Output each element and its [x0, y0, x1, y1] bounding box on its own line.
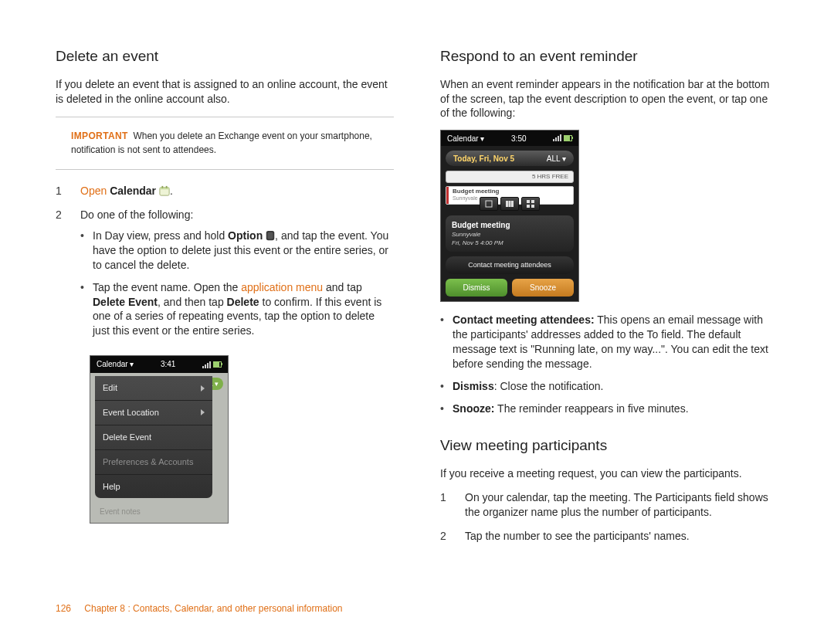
step-number: 1	[440, 490, 448, 520]
participants-step-1: On your calendar, tap the meeting. The P…	[465, 490, 778, 520]
filter-all: ALL ▾	[547, 154, 566, 164]
heading-delete-event: Delete an event	[56, 46, 394, 66]
calendar-link[interactable]: Calendar	[110, 185, 156, 197]
svg-rect-1	[160, 188, 169, 190]
right-column: Respond to an event reminder When an eve…	[440, 46, 778, 553]
shot1-placeholder: Event notes	[100, 507, 141, 517]
delete-intro: If you delete an event that is assigned …	[56, 77, 394, 107]
svg-rect-7	[506, 201, 508, 207]
bullet-dismiss: Dismiss: Close the notification.	[440, 379, 778, 394]
reminder-loc: Sunnyvale	[452, 231, 568, 239]
menu-delete-event[interactable]: Delete Event	[95, 425, 212, 450]
battery-icon	[213, 361, 222, 368]
bullet-contact-attendees: Contact meeting attendees: This opens an…	[440, 313, 778, 371]
reminder-card[interactable]: Budget meeting Sunnyvale Fri, Nov 5 4:00…	[446, 215, 574, 252]
day-view-icon[interactable]	[480, 197, 498, 211]
svg-rect-12	[527, 205, 530, 208]
date-pill[interactable]: Today, Fri, Nov 5 ALL ▾	[446, 151, 574, 166]
svg-rect-11	[531, 200, 534, 203]
period: .	[170, 185, 173, 197]
dismiss-button[interactable]: Dismiss	[446, 279, 507, 297]
reminder-time: Fri, Nov 5 4:00 PM	[452, 239, 568, 248]
view-switch[interactable]	[446, 197, 574, 211]
chapter-breadcrumb: Chapter 8 : Contacts, Calendar, and othe…	[84, 603, 342, 614]
shot2-time: 3:50	[511, 134, 526, 144]
left-column: Delete an event If you delete an event t…	[56, 46, 394, 553]
participants-intro: If you receive a meeting request, you ca…	[440, 466, 778, 481]
application-menu-link[interactable]: application menu	[241, 281, 323, 293]
important-label: IMPORTANT	[71, 130, 128, 141]
battery-icon	[564, 135, 572, 141]
svg-rect-2	[161, 186, 163, 188]
page-number: 126	[56, 602, 82, 615]
menu-event-location[interactable]: Event Location	[95, 401, 212, 425]
open-link[interactable]: Open	[80, 185, 110, 197]
bullet-tap-event: Tap the event name. Open the application…	[80, 280, 394, 339]
shot1-time: 3:41	[161, 359, 175, 370]
month-view-icon[interactable]	[521, 197, 540, 211]
bullet-snooze: Snooze: The reminder reappears in five m…	[440, 402, 778, 416]
bullet-day-view: In Day view, press and hold Option , and…	[80, 229, 394, 273]
chevron-right-icon	[201, 385, 205, 391]
context-menu: Edit Event Location Delete Event Prefere…	[95, 376, 212, 498]
important-note: IMPORTANT When you delete an Exchange ev…	[56, 117, 394, 170]
menu-edit[interactable]: Edit	[95, 376, 212, 401]
heading-view-participants: View meeting participants	[440, 436, 778, 456]
shot2-app-title: Calendar ▾	[447, 134, 484, 144]
menu-help[interactable]: Help	[95, 475, 212, 499]
screenshot-reminder: Calendar ▾ 3:50 Today, Fri, Nov 5 ALL ▾ …	[440, 130, 579, 302]
step-number: 2	[440, 529, 448, 544]
svg-rect-9	[511, 201, 514, 207]
reminder-title: Budget meeting	[452, 220, 568, 231]
menu-prefs[interactable]: Preferences & Accounts	[95, 450, 212, 475]
svg-rect-6	[486, 201, 492, 207]
shot1-app-title: Calendar ▾	[97, 359, 134, 370]
step-number: 2	[56, 208, 63, 346]
screenshot-context-menu: Calendar ▾ 3:41 UL ▾ Edit Event Location…	[90, 355, 229, 524]
page-footer: 126 Chapter 8 : Contacts, Calendar, and …	[56, 602, 343, 615]
step-2: Do one of the following: In Day view, pr…	[80, 208, 394, 346]
respond-intro: When an event reminder appears in the no…	[440, 77, 778, 121]
step-number: 1	[56, 184, 63, 198]
svg-rect-8	[509, 201, 511, 207]
status-icons	[553, 134, 572, 144]
step-1: Open Calendar .	[80, 184, 394, 198]
status-icons	[202, 361, 222, 368]
date-label: Today, Fri, Nov 5	[453, 154, 514, 164]
calendar-icon	[159, 185, 170, 196]
step-2-text: Do one of the following:	[80, 208, 193, 221]
participants-step-2: Tap the number to see the participants' …	[465, 529, 778, 544]
heading-respond-reminder: Respond to an event reminder	[440, 46, 778, 66]
svg-rect-3	[166, 186, 168, 188]
snooze-button[interactable]: Snooze	[512, 279, 574, 297]
free-hours-badge: 5 HRS FREE	[446, 171, 574, 183]
contact-attendees-button[interactable]: Contact meeting attendees	[446, 256, 574, 273]
svg-rect-10	[527, 200, 530, 203]
svg-rect-5	[268, 232, 273, 239]
week-view-icon[interactable]	[500, 197, 519, 211]
svg-rect-13	[531, 205, 534, 208]
chevron-right-icon	[201, 409, 205, 415]
option-key-icon	[266, 230, 275, 241]
